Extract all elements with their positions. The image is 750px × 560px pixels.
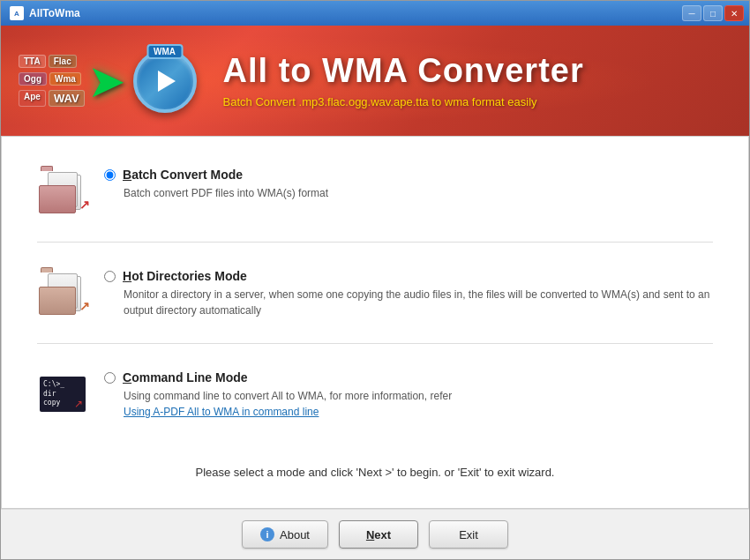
batch-convert-radio[interactable] bbox=[104, 169, 116, 181]
close-button[interactable]: ✕ bbox=[724, 5, 744, 21]
main-window: A AllToWma ─ □ ✕ TTA Flac Ogg Wma Ape bbox=[0, 0, 750, 560]
divider-1 bbox=[37, 242, 713, 243]
divider-2 bbox=[37, 343, 713, 344]
wma-badge: WMA bbox=[146, 44, 183, 59]
cmd-arrow-icon: ↗ bbox=[74, 398, 83, 410]
title-bar: A AllToWma ─ □ ✕ bbox=[1, 1, 749, 26]
wma-disc: WMA bbox=[133, 49, 197, 113]
app-icon: A bbox=[10, 6, 24, 20]
hot-directories-radio[interactable] bbox=[104, 271, 116, 282]
cmd-text: C:\>_dircopy bbox=[43, 380, 64, 407]
cmd-icon: C:\>_dircopy ↗ bbox=[40, 377, 86, 412]
window-title: AllToWma bbox=[29, 7, 80, 19]
hot-directories-mode-item: ↗ Hot Directories Mode Monitor a directo… bbox=[37, 260, 713, 325]
next-label: Next bbox=[366, 528, 391, 541]
minimize-button[interactable]: ─ bbox=[682, 5, 701, 21]
format-tag-ape: Ape bbox=[19, 90, 46, 107]
status-text: Please select a mode and click 'Next >' … bbox=[37, 455, 713, 486]
title-controls: ─ □ ✕ bbox=[682, 5, 744, 21]
maximize-button[interactable]: □ bbox=[703, 5, 723, 21]
banner-text: All to WMA Converter Batch Convert .mp3.… bbox=[197, 53, 731, 108]
batch-convert-content: Batch Convert Mode Batch convert PDF fil… bbox=[104, 166, 713, 201]
content-area: ↗ Batch Convert Mode Batch convert PDF f… bbox=[1, 136, 749, 509]
hot-dir-icon: ↗ bbox=[37, 267, 88, 318]
format-tag-ogg: Ogg bbox=[19, 72, 47, 86]
command-line-mode-item: C:\>_dircopy ↗ Command Line Mode Using c… bbox=[37, 362, 713, 427]
banner-title: All to WMA Converter bbox=[223, 53, 731, 90]
format-icons: TTA Flac Ogg Wma Ape WAV bbox=[19, 55, 85, 107]
footer: i About Next Exit bbox=[1, 509, 749, 559]
next-button[interactable]: Next bbox=[339, 520, 418, 549]
hot-directories-title[interactable]: Hot Directories Mode bbox=[123, 269, 247, 283]
play-icon bbox=[158, 71, 176, 92]
about-label: About bbox=[280, 528, 310, 541]
exit-label: Exit bbox=[459, 528, 478, 541]
hot-directories-header: Hot Directories Mode bbox=[104, 269, 713, 283]
banner-left: TTA Flac Ogg Wma Ape WAV ➤ WMA bbox=[19, 49, 197, 113]
banner-subtitle: Batch Convert .mp3.flac.ogg.wav.ape.tta … bbox=[223, 95, 731, 108]
about-button[interactable]: i About bbox=[242, 520, 328, 549]
command-line-link[interactable]: Using A-PDF All to WMA in command line bbox=[124, 406, 713, 418]
arrow-icon: ➤ bbox=[87, 55, 126, 108]
command-line-content: Command Line Mode Using command line to … bbox=[104, 369, 713, 418]
format-tag-flac: Flac bbox=[49, 55, 77, 68]
format-tag-tta: TTA bbox=[19, 55, 46, 68]
header-banner: TTA Flac Ogg Wma Ape WAV ➤ WMA bbox=[1, 26, 749, 136]
mode-list: ↗ Batch Convert Mode Batch convert PDF f… bbox=[37, 159, 713, 455]
hot-directories-desc: Monitor a directory in a server, when so… bbox=[124, 287, 713, 318]
exit-button[interactable]: Exit bbox=[429, 520, 508, 549]
format-tag-wma: Wma bbox=[49, 72, 81, 86]
batch-convert-title[interactable]: Batch Convert Mode bbox=[123, 168, 243, 182]
command-line-desc: Using command line to convert All to WMA… bbox=[124, 388, 713, 404]
command-line-title[interactable]: Command Line Mode bbox=[123, 370, 248, 385]
hot-directories-content: Hot Directories Mode Monitor a directory… bbox=[104, 267, 713, 318]
batch-convert-mode-item: ↗ Batch Convert Mode Batch convert PDF f… bbox=[37, 159, 713, 224]
batch-icon: ↗ bbox=[37, 166, 88, 217]
batch-convert-desc: Batch convert PDF files into WMA(s) form… bbox=[124, 185, 713, 201]
command-line-radio[interactable] bbox=[104, 372, 116, 384]
cmd-icon-container: C:\>_dircopy ↗ bbox=[37, 369, 88, 420]
title-bar-left: A AllToWma bbox=[10, 6, 80, 20]
info-icon: i bbox=[260, 527, 274, 541]
batch-convert-header: Batch Convert Mode bbox=[104, 168, 713, 182]
command-line-header: Command Line Mode bbox=[104, 370, 713, 385]
format-tag-wav: WAV bbox=[49, 90, 85, 107]
